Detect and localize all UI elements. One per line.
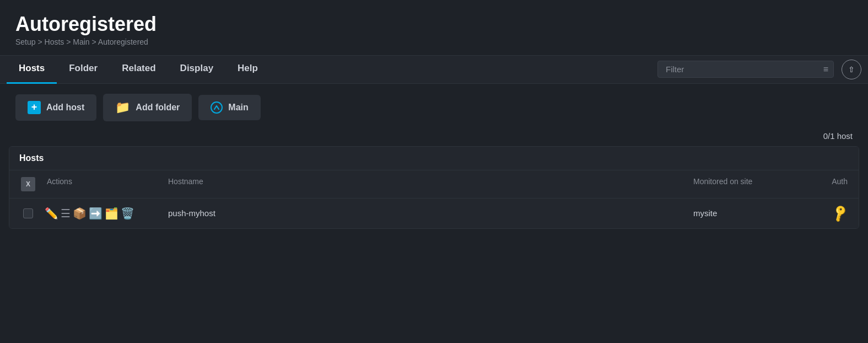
row-monitored-site: mysite [688, 201, 809, 226]
add-host-label: Add host [46, 103, 84, 112]
list-icon[interactable]: ☰ [61, 207, 71, 220]
col-header-x[interactable]: X [15, 170, 41, 198]
page-header: Autoregistered Setup > Hosts > Main > Au… [0, 0, 868, 55]
table-container: Hosts X Actions Hostname Monitored on si… [9, 146, 859, 229]
edit-icon[interactable]: ✏️ [45, 207, 58, 220]
row-auth-cell: 🔑 [809, 199, 853, 228]
filter-input[interactable] [657, 61, 834, 78]
delete-icon[interactable]: 🗑️ [121, 207, 134, 220]
main-label: Main [228, 103, 248, 112]
row-checkbox[interactable] [23, 208, 33, 218]
copy-icon[interactable]: 🗂️ [105, 207, 118, 220]
nav-item-related[interactable]: Related [110, 55, 168, 84]
filter-input-wrapper: ≡ [657, 61, 834, 78]
nav-item-folder[interactable]: Folder [57, 55, 110, 84]
row-actions-cell: ✏️ ☰ 📦 ➡️ 🗂️ 🗑️ [41, 201, 163, 226]
table-row: ✏️ ☰ 📦 ➡️ 🗂️ 🗑️ push-myhost mysite 🔑 [9, 199, 859, 228]
move-icon[interactable]: ➡️ [89, 207, 103, 220]
nav-bar: Hosts Folder Related Display Help ≡ ⇧ [0, 55, 868, 84]
row-hostname[interactable]: push-myhost [163, 201, 688, 226]
col-header-monitored-on-site: Monitored on site [688, 170, 809, 198]
nav-item-hosts[interactable]: Hosts [7, 55, 57, 84]
col-header-auth: Auth [809, 170, 853, 198]
table-section-header: Hosts [9, 147, 859, 170]
page-title: Autoregistered [15, 13, 853, 35]
add-host-icon: + [28, 101, 41, 114]
col-header-actions: Actions [41, 170, 163, 198]
nav-item-help[interactable]: Help [225, 55, 270, 84]
add-folder-label: Add folder [136, 103, 180, 112]
actions-bar: + Add host 📁 Add folder Main [0, 84, 868, 131]
filter-lines-icon: ≡ [823, 65, 828, 74]
main-up-icon [211, 101, 223, 114]
filter-container: ≡ ⇧ [657, 60, 861, 79]
add-folder-icon: 📁 [115, 100, 130, 115]
main-button[interactable]: Main [198, 95, 260, 120]
x-box[interactable]: X [21, 177, 35, 191]
key-icon: 🔑 [830, 203, 850, 223]
filter-icon-button[interactable]: ≡ [823, 65, 828, 74]
table-col-headers: X Actions Hostname Monitored on site Aut… [9, 170, 859, 199]
row-checkbox-cell [15, 201, 41, 226]
col-header-hostname: Hostname [163, 170, 688, 198]
svg-point-0 [211, 102, 222, 113]
host-count: 0/1 host [0, 131, 868, 146]
nav-item-display[interactable]: Display [168, 55, 225, 84]
breadcrumb: Setup > Hosts > Main > Autoregistered [15, 37, 853, 46]
add-host-button[interactable]: + Add host [15, 94, 96, 121]
package-icon[interactable]: 📦 [73, 207, 87, 220]
add-folder-button[interactable]: 📁 Add folder [103, 94, 192, 121]
chevron-up-icon: ⇧ [848, 65, 855, 74]
collapse-button[interactable]: ⇧ [842, 60, 861, 79]
